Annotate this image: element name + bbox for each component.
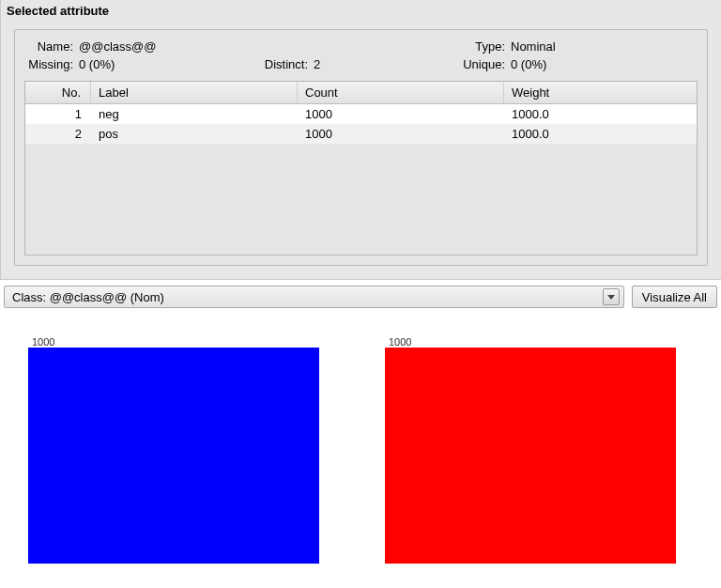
bar-pos: 1000 xyxy=(385,329,676,564)
selected-attribute-panel: Selected attribute Name: @@class@@ Type:… xyxy=(0,0,721,280)
cell-label: pos xyxy=(91,124,298,144)
attribute-table: No. Label Count Weight 1 neg 1000 1000.0… xyxy=(24,81,698,255)
panel-inner: Name: @@class@@ Type: Nominal Missing: 0… xyxy=(14,29,708,266)
cell-no: 2 xyxy=(25,124,91,144)
histogram-chart: 1000 1000 xyxy=(0,314,721,573)
type-value: Nominal xyxy=(511,39,556,54)
col-count[interactable]: Count xyxy=(298,82,504,103)
cell-weight: 1000.0 xyxy=(504,104,697,124)
cell-count: 1000 xyxy=(298,104,504,124)
panel-title: Selected attribute xyxy=(1,0,721,20)
bar-label-pos: 1000 xyxy=(389,336,411,348)
table-row[interactable]: 1 neg 1000 1000.0 xyxy=(25,104,697,124)
col-weight[interactable]: Weight xyxy=(504,82,697,103)
bar-neg: 1000 xyxy=(28,329,319,564)
visualize-all-label: Visualize All xyxy=(642,290,707,304)
col-no[interactable]: No. xyxy=(25,82,91,103)
class-selector-row: Class: @@class@@ (Nom) Visualize All xyxy=(0,280,721,314)
meta-row-1: Name: @@class@@ Type: Nominal xyxy=(24,38,698,55)
type-label: Type: xyxy=(456,39,511,54)
unique-label: Unique: xyxy=(456,57,511,71)
unique-value: 0 (0%) xyxy=(511,57,546,71)
cell-weight: 1000.0 xyxy=(504,124,697,144)
cell-no: 1 xyxy=(25,104,91,124)
class-dropdown-label: Class: @@class@@ (Nom) xyxy=(12,290,603,304)
table-row[interactable]: 2 pos 1000 1000.0 xyxy=(25,124,697,144)
name-label: Name: xyxy=(24,39,79,54)
bar-label-neg: 1000 xyxy=(32,336,54,348)
chevron-down-icon[interactable] xyxy=(603,288,620,305)
table-header: No. Label Count Weight xyxy=(25,82,697,104)
class-dropdown[interactable]: Class: @@class@@ (Nom) xyxy=(4,286,624,308)
missing-value: 0 (0%) xyxy=(79,57,115,71)
name-value: @@class@@ xyxy=(79,39,156,54)
cell-count: 1000 xyxy=(298,124,504,144)
missing-label: Missing: xyxy=(24,57,79,71)
distinct-label: Distinct: xyxy=(259,57,314,71)
visualize-all-button[interactable]: Visualize All xyxy=(632,286,717,308)
col-label[interactable]: Label xyxy=(91,82,298,103)
distinct-value: 2 xyxy=(314,57,320,71)
bar-rect-pos xyxy=(385,348,676,564)
meta-row-2: Missing: 0 (0%) Distinct: 2 Unique: 0 (0… xyxy=(24,55,698,73)
bar-rect-neg xyxy=(28,348,319,564)
cell-label: neg xyxy=(91,104,298,124)
